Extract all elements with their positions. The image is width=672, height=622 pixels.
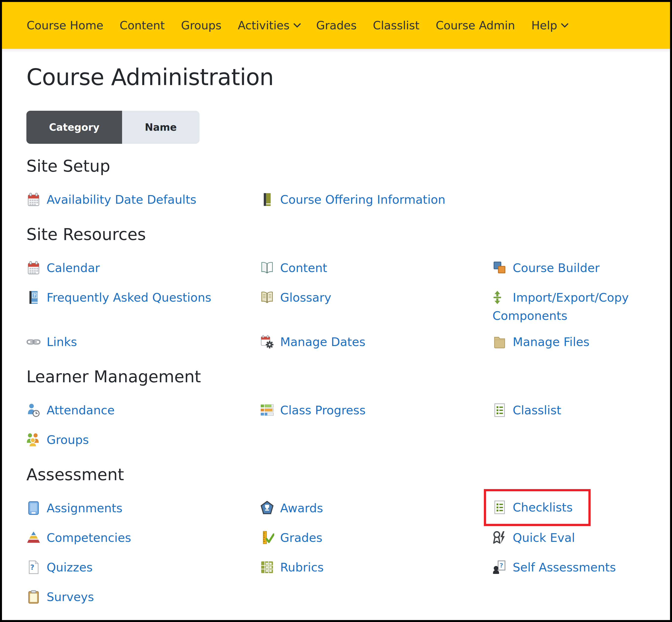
calendar-icon	[26, 261, 41, 275]
link-cell: Class Progress	[260, 401, 492, 423]
nav-item-content[interactable]: Content	[119, 19, 165, 32]
admin-link-rubrics[interactable]: Rubrics	[260, 558, 492, 576]
link-cell: Grades	[260, 528, 492, 550]
admin-link-label: Assignments	[47, 501, 122, 515]
admin-link-frequently-asked-questions[interactable]: ?Frequently Asked Questions	[26, 288, 260, 307]
nav-item-label: Course Home	[27, 19, 103, 32]
admin-link-label: Manage Files	[513, 335, 589, 349]
link-cell: Assignments	[26, 499, 260, 521]
admin-link-content[interactable]: Content	[260, 259, 492, 277]
link-cell: Manage Files	[492, 333, 663, 354]
nav-item-activities[interactable]: Activities	[238, 19, 300, 32]
admin-link-quizzes[interactable]: ?Quizzes	[26, 558, 260, 576]
admin-link-label: Awards	[280, 501, 323, 515]
screenshot-frame: Course HomeContentGroupsActivitiesGrades…	[0, 0, 672, 622]
admin-link-label: Quick Eval	[513, 531, 575, 545]
admin-link-checklists[interactable]: Checklists	[484, 489, 591, 526]
admin-link-awards[interactable]: Awards	[260, 499, 492, 517]
admin-link-self-assessments[interactable]: ?Self Assessments	[492, 558, 663, 576]
calendar-gear-icon	[260, 335, 274, 349]
admin-link-calendar[interactable]: Calendar	[26, 259, 260, 277]
admin-link-glossary[interactable]: Glossary	[260, 288, 492, 307]
link-cell: Availability Date Defaults	[26, 191, 260, 212]
admin-link-assignments[interactable]: Assignments	[26, 499, 260, 517]
link-cell: Competencies	[26, 528, 260, 550]
admin-link-class-progress[interactable]: Class Progress	[260, 401, 492, 419]
section-links-grid: AttendanceClass ProgressClasslistGroups	[26, 401, 655, 452]
section-title-site-setup: Site Setup	[26, 157, 655, 176]
sections-container: Site SetupAvailability Date DefaultsCour…	[26, 157, 655, 610]
nav-item-grades[interactable]: Grades	[316, 19, 357, 32]
admin-link-label: Import/Export/Copy Components	[492, 290, 629, 322]
admin-link-label: Links	[47, 335, 77, 349]
section-links-grid: CalendarContentCourse Builder?Frequently…	[26, 259, 655, 354]
nav-item-help[interactable]: Help	[531, 19, 568, 32]
nav-item-label: Grades	[316, 19, 357, 32]
admin-link-course-builder[interactable]: Course Builder	[492, 259, 663, 277]
admin-link-surveys[interactable]: Surveys	[26, 588, 260, 606]
admin-link-label: Surveys	[47, 590, 94, 604]
nav-item-label: Course Admin	[436, 19, 515, 32]
nav-item-label: Classlist	[373, 19, 420, 32]
section-links-grid: Availability Date DefaultsCourse Offerin…	[26, 191, 655, 212]
link-cell: Attendance	[26, 401, 260, 423]
admin-link-label: Manage Dates	[280, 335, 365, 349]
link-cell: Import/Export/Copy Components	[492, 288, 663, 325]
link-cell: Quick Eval	[492, 528, 663, 550]
link-cell: ?Self Assessments	[492, 558, 663, 580]
pyramid-icon	[26, 530, 41, 545]
admin-link-label: Grades	[280, 531, 322, 545]
admin-link-manage-dates[interactable]: Manage Dates	[260, 333, 492, 351]
admin-link-import-export-copy-components[interactable]: Import/Export/Copy Components	[492, 288, 663, 325]
progress-bars-icon	[260, 403, 274, 417]
admin-link-label: Attendance	[47, 403, 115, 417]
person-question-icon: ?	[492, 560, 507, 575]
nav-item-groups[interactable]: Groups	[181, 19, 221, 32]
stacked-squares-icon	[492, 261, 507, 275]
main-content: Course Administration Category Name Site…	[2, 49, 670, 610]
nav-item-label: Help	[531, 19, 557, 32]
admin-link-attendance[interactable]: Attendance	[26, 401, 260, 419]
calendar-icon	[26, 193, 41, 207]
admin-link-label: Glossary	[280, 290, 331, 304]
chain-link-icon	[26, 335, 41, 349]
link-cell: Links	[26, 333, 260, 354]
link-cell: Classlist	[492, 401, 663, 423]
admin-link-label: Calendar	[47, 261, 100, 275]
admin-link-label: Course Offering Information	[280, 193, 446, 206]
admin-link-links[interactable]: Links	[26, 333, 260, 351]
svg-text:?: ?	[33, 293, 36, 298]
list-page-icon	[492, 500, 507, 515]
admin-link-course-offering-information[interactable]: Course Offering Information	[260, 191, 492, 209]
name-toggle-button[interactable]: Name	[122, 111, 200, 144]
admin-link-label: Course Builder	[513, 261, 600, 275]
nav-item-course-home[interactable]: Course Home	[27, 19, 103, 32]
admin-link-label: Classlist	[513, 403, 561, 417]
open-book-icon	[260, 261, 274, 275]
import-export-icon	[492, 290, 507, 305]
section-title-learner-management: Learner Management	[26, 367, 655, 386]
admin-link-groups[interactable]: Groups	[26, 430, 260, 449]
admin-link-label: Content	[280, 261, 327, 275]
section-title-site-resources: Site Resources	[26, 225, 655, 244]
nav-item-label: Content	[119, 19, 165, 32]
admin-link-label: Availability Date Defaults	[47, 193, 196, 206]
link-cell: ?Quizzes	[26, 558, 260, 580]
admin-link-competencies[interactable]: Competencies	[26, 528, 260, 547]
list-page-icon	[492, 403, 507, 417]
admin-link-label: Checklists	[513, 500, 573, 514]
nav-item-course-admin[interactable]: Course Admin	[436, 19, 515, 32]
link-cell: Groups	[26, 430, 260, 452]
admin-link-manage-files[interactable]: Manage Files	[492, 333, 663, 351]
admin-link-quick-eval[interactable]: Quick Eval	[492, 528, 663, 547]
award-badge-icon	[260, 501, 274, 515]
question-page-icon: ?	[26, 560, 41, 575]
admin-link-classlist[interactable]: Classlist	[492, 401, 663, 419]
admin-link-availability-date-defaults[interactable]: Availability Date Defaults	[26, 191, 260, 209]
section-title-assessment: Assessment	[26, 465, 655, 484]
admin-link-grades[interactable]: Grades	[260, 528, 492, 547]
nav-item-classlist[interactable]: Classlist	[373, 19, 420, 32]
medal-bolt-icon	[492, 530, 507, 545]
view-toggle: Category Name	[26, 111, 200, 144]
category-toggle-button[interactable]: Category	[26, 111, 122, 144]
